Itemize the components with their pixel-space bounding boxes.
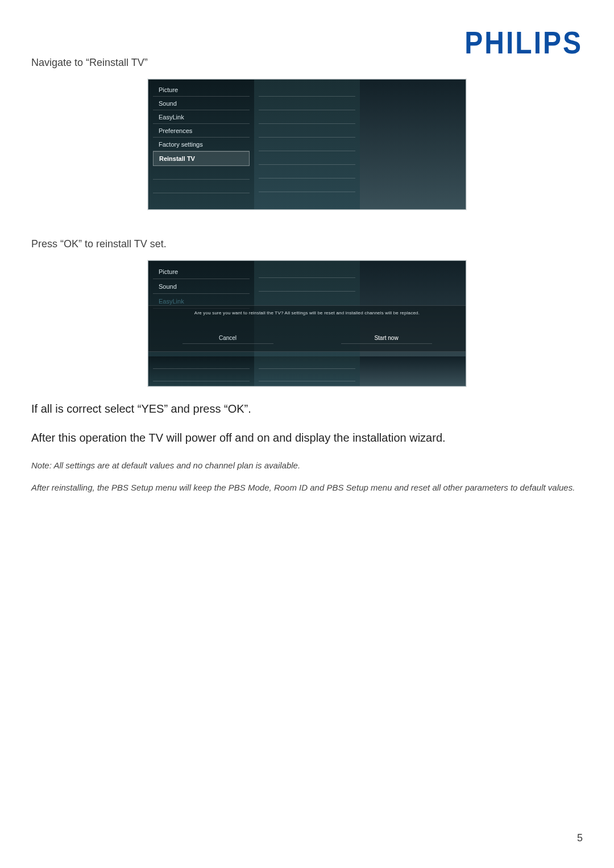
menu-blank-row: . [259, 83, 355, 97]
menu-item-picture[interactable]: Picture [153, 83, 250, 97]
page-number: 5 [577, 832, 583, 844]
tv-menu-column-right [360, 80, 466, 209]
menu-blank-row: . [259, 278, 355, 292]
menu-blank-row: . [259, 151, 355, 165]
menu-item-preferences[interactable]: Preferences [153, 124, 250, 138]
menu-blank-row: . [259, 124, 355, 138]
menu-item-sound[interactable]: Sound [153, 279, 250, 294]
note-default-values: Note: All settings are at default values… [31, 459, 583, 471]
confirm-dialog: Are you sure you want to reinstall the T… [148, 305, 466, 352]
tv-menu-column-left: Picture Sound EasyLink Preferences Facto… [148, 80, 254, 209]
menu-blank-row: . [259, 356, 355, 369]
menu-blank-row: . [153, 180, 250, 193]
menu-blank-row: . [153, 356, 250, 369]
instruction-select-yes: If all is correct select “YES” and press… [31, 402, 583, 416]
menu-item-picture[interactable]: Picture [153, 264, 250, 279]
menu-blank-row: . [259, 264, 355, 278]
start-now-button[interactable]: Start now [341, 333, 432, 344]
menu-blank-row: . [259, 138, 355, 151]
menu-blank-row: . [153, 369, 250, 381]
brand-logo: PHILIPS [464, 27, 583, 59]
menu-item-easylink[interactable]: EasyLink [153, 110, 250, 124]
tv-screenshot-dialog: Picture Sound EasyLink . . Are you sure … [148, 260, 466, 387]
instruction-press-ok: Press “OK” to reinstall TV set. [31, 238, 583, 250]
dialog-message: Are you sure you want to reinstall the T… [186, 310, 428, 315]
philips-wordmark: PHILIPS [464, 25, 583, 61]
menu-blank-row: . [259, 369, 355, 381]
menu-blank-row: . [259, 165, 355, 178]
tv-menu-column-mid: . . . . . . . . [254, 80, 360, 209]
tv-screenshot-menu: Picture Sound EasyLink Preferences Facto… [148, 79, 466, 210]
note-pbs-setup: After reinstalling, the PBS Setup menu w… [31, 481, 583, 493]
menu-item-factory-settings[interactable]: Factory settings [153, 138, 250, 151]
menu-blank-row: . [259, 97, 355, 110]
menu-blank-row: . [259, 110, 355, 124]
instruction-after-operation: After this operation the TV will power o… [31, 431, 583, 445]
menu-item-reinstall-tv[interactable]: Reinstall TV [153, 151, 250, 166]
menu-blank-row: . [259, 178, 355, 192]
menu-item-sound[interactable]: Sound [153, 97, 250, 110]
cancel-button[interactable]: Cancel [182, 333, 273, 344]
menu-blank-row: . [153, 166, 250, 180]
